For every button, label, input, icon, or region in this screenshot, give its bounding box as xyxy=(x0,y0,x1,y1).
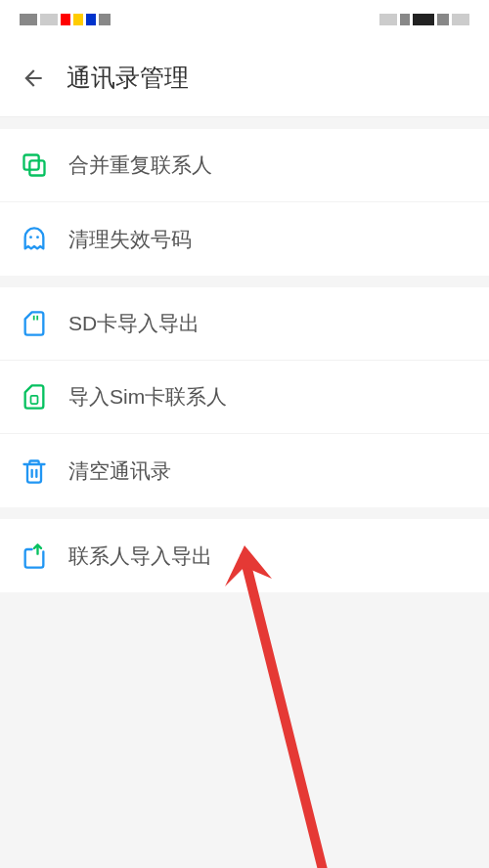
item-label: 清空通讯录 xyxy=(68,457,171,485)
svg-rect-5 xyxy=(36,316,38,321)
header: 通讯录管理 xyxy=(0,39,489,117)
item-label: SD卡导入导出 xyxy=(68,310,200,337)
svg-rect-6 xyxy=(31,396,38,404)
svg-rect-1 xyxy=(29,160,44,175)
svg-rect-4 xyxy=(33,316,35,321)
clean-invalid-numbers[interactable]: 清理失效号码 xyxy=(0,202,489,276)
item-label: 联系人导入导出 xyxy=(68,542,212,570)
trash-icon xyxy=(20,456,49,486)
section-3: 联系人导入导出 xyxy=(0,519,489,592)
section-2: SD卡导入导出 导入Sim卡联系人 清空通讯录 xyxy=(0,287,489,507)
status-right xyxy=(379,14,469,25)
merge-duplicate-icon xyxy=(20,151,49,180)
import-export-icon xyxy=(20,542,49,571)
contacts-import-export[interactable]: 联系人导入导出 xyxy=(0,519,489,592)
back-button[interactable] xyxy=(20,65,47,92)
section-1: 合并重复联系人 清理失效号码 xyxy=(0,129,489,276)
svg-rect-0 xyxy=(24,155,39,170)
item-label: 导入Sim卡联系人 xyxy=(68,383,227,411)
item-label: 清理失效号码 xyxy=(68,226,192,253)
import-sim-contacts[interactable]: 导入Sim卡联系人 xyxy=(0,361,489,434)
page-title: 通讯录管理 xyxy=(67,62,189,94)
svg-point-2 xyxy=(29,236,32,239)
clear-contacts[interactable]: 清空通讯录 xyxy=(0,434,489,507)
sim-card-icon xyxy=(20,382,49,412)
sd-card-import-export[interactable]: SD卡导入导出 xyxy=(0,287,489,361)
status-left xyxy=(20,14,111,25)
ghost-icon xyxy=(20,225,49,254)
sd-card-icon xyxy=(20,309,49,338)
merge-duplicate-contacts[interactable]: 合并重复联系人 xyxy=(0,129,489,202)
item-label: 合并重复联系人 xyxy=(68,152,212,179)
svg-point-3 xyxy=(36,236,39,239)
status-bar xyxy=(0,0,489,39)
arrow-left-icon xyxy=(21,65,46,91)
